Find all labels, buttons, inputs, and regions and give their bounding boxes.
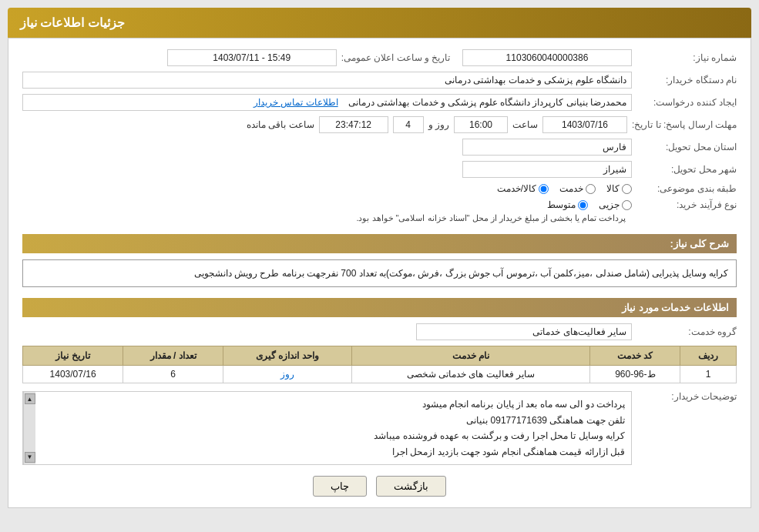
shahr-value: شیراز bbox=[462, 161, 632, 178]
roz-label: روز و bbox=[428, 119, 449, 130]
tabaqebandi-label: طبقه بندی موضوعی: bbox=[636, 183, 737, 194]
back-button[interactable]: بازگشت bbox=[376, 476, 446, 497]
groheKhedmat-value: سایر فعالیت‌های خدماتی bbox=[416, 323, 632, 340]
sharh-description: کرایه وسایل پذیرایی (شامل صندلی ،میز،کلم… bbox=[22, 259, 737, 287]
page-title: جزئیات اطلاعات نیاز bbox=[20, 16, 125, 29]
sharh-section-title: شرح کلی نیاز: bbox=[22, 234, 737, 253]
radio-kala-khedmat[interactable]: کالا/خدمت bbox=[497, 183, 549, 194]
page-header: جزئیات اطلاعات نیاز bbox=[8, 8, 751, 38]
buyerDesc-label: توضیحات خریدار: bbox=[636, 391, 737, 402]
buyer-desc-box: پرداخت دو الی سه ماه بعد از پایان برنامه… bbox=[22, 391, 632, 465]
print-button[interactable]: چاپ bbox=[313, 476, 367, 497]
noeFarayand-radio-group: جزیی متوسط bbox=[356, 199, 632, 210]
scroll-up-btn[interactable]: ▲ bbox=[25, 393, 35, 404]
scroll-down-btn[interactable]: ▼ bbox=[25, 452, 35, 463]
footer-buttons: بازگشت چاپ bbox=[22, 476, 737, 497]
ijadKonande-label: ایجاد کننده درخواست: bbox=[636, 97, 737, 108]
saat-label: ساعت bbox=[512, 119, 538, 130]
radio-kala[interactable]: کالا bbox=[606, 183, 632, 194]
info-section-title: اطلاعات خدمات مورد نیاز bbox=[22, 298, 737, 317]
noeFarayand-notice: پرداخت تمام یا بخشی از مبلغ خریدار از مح… bbox=[356, 213, 626, 223]
radio-khedmat[interactable]: خدمت bbox=[559, 183, 596, 194]
tamase-khardar-link[interactable]: اطلاعات تماس خریدار bbox=[254, 97, 338, 108]
tabaqebandi-radio-group: کالا خدمت کالا/خدمت bbox=[497, 183, 632, 194]
mohlatErsalPasokh-label: مهلت ارسال پاسخ: تا تاریخ: bbox=[632, 119, 737, 130]
tarikhElan-label: تاریخ و ساعت اعلان عمومی: bbox=[341, 52, 451, 63]
col-tarikhNiaz: تاریخ نیاز bbox=[23, 346, 123, 366]
cell-tarikhNiaz: 1403/07/16 bbox=[23, 366, 123, 383]
col-namKhedmat: نام خدمت bbox=[351, 346, 590, 366]
baghi-value: 23:47:12 bbox=[319, 116, 388, 133]
ostan-label: استان محل تحویل: bbox=[636, 142, 737, 152]
cell-radif: 1 bbox=[680, 366, 737, 383]
tarikhElan-value: 1403/07/11 - 15:49 bbox=[167, 49, 337, 66]
noeFarayand-label: نوع فرآیند خرید: bbox=[636, 199, 737, 210]
shahr-label: شهر محل تحویل: bbox=[636, 164, 737, 175]
namDastgah-label: نام دستگاه خریدار: bbox=[636, 75, 737, 85]
date-value: 1403/07/16 bbox=[542, 116, 627, 133]
radio-motavasset[interactable]: متوسط bbox=[547, 199, 588, 210]
baghi-label: ساعت باقی مانده bbox=[247, 119, 314, 130]
shomareNiaz-label: شماره نیاز: bbox=[636, 52, 737, 63]
roz-value: 4 bbox=[393, 116, 424, 133]
groheKhedmat-label: گروه خدمت: bbox=[636, 326, 737, 337]
cell-vahed: روز bbox=[223, 366, 352, 383]
cell-kodKhedmat: ط-96-960 bbox=[590, 366, 680, 383]
table-row: 1 ط-96-960 سایر فعالیت های خدماتی شخصی ر… bbox=[23, 366, 737, 383]
col-kodKhedmat: کد خدمت bbox=[590, 346, 680, 366]
services-table: ردیف کد خدمت نام خدمت واحد اندازه گیری ت… bbox=[22, 346, 737, 383]
ijadKonande-value: محمدرضا بنیانی کارپرداز دانشگاه علوم پزش… bbox=[22, 94, 632, 111]
col-radif: ردیف bbox=[680, 346, 737, 366]
cell-namKhedmat: سایر فعالیت های خدماتی شخصی bbox=[351, 366, 590, 383]
cell-tedad: 6 bbox=[123, 366, 223, 383]
shomareNiaz-value: 1103060040000386 bbox=[462, 49, 632, 66]
saat-value: 16:00 bbox=[454, 116, 508, 133]
ostan-value: فارس bbox=[462, 139, 632, 156]
namDastgah-value: دانشگاه علوم پزشکی و خدمات بهداشتی درمان… bbox=[22, 72, 632, 89]
radio-jozi[interactable]: جزیی bbox=[599, 199, 632, 210]
col-vahed: واحد اندازه گیری bbox=[223, 346, 352, 366]
col-tedad: تعداد / مقدار bbox=[123, 346, 223, 366]
scrollbar[interactable]: ▲ ▼ bbox=[23, 392, 35, 464]
buyer-desc-content: پرداخت دو الی سه ماه بعد از پایان برنامه… bbox=[35, 392, 631, 464]
